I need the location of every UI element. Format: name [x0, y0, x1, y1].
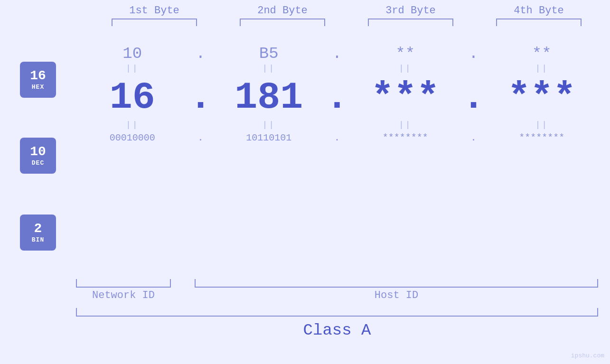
data-section: 10 . B5 . ** . ** || || || || 16 . 181 .… [76, 38, 598, 143]
eq-1-b4: || [486, 64, 599, 73]
bin-b3: ******** [349, 132, 462, 143]
eq-2-b3: || [349, 120, 462, 130]
dec-b3: *** [349, 76, 462, 119]
hex-dot-1: . [189, 45, 213, 63]
eq-row-1: || || || || [76, 64, 598, 73]
hex-b3: ** [349, 45, 462, 63]
dec-dot-2: . [325, 76, 349, 119]
byte-3-label: 3rd Byte [385, 5, 436, 17]
eq-2-b2: || [213, 120, 326, 130]
eq-1-b1: || [76, 64, 189, 73]
hex-badge: 16 HEX [20, 62, 56, 98]
bin-b1: 00010000 [76, 132, 189, 143]
bin-b4: ******** [486, 132, 599, 143]
byte-1-header: 1st Byte [100, 5, 209, 26]
id-brackets [76, 279, 598, 288]
dec-dot-1: . [189, 76, 213, 119]
dec-data-row: 16 . 181 . *** . *** [76, 76, 598, 119]
hex-badge-type: HEX [32, 84, 44, 91]
byte-4-bracket [496, 19, 582, 26]
byte-1-bracket [112, 19, 197, 26]
watermark: ipshu.com [571, 352, 604, 359]
bin-dot-2: . [325, 132, 349, 143]
byte-4-header: 4th Byte [484, 5, 593, 26]
network-id-label: Network ID [76, 289, 171, 301]
host-id-label: Host ID [195, 289, 598, 301]
bottom-section: Network ID Host ID Class A [76, 279, 598, 339]
hex-b4: ** [486, 45, 599, 63]
eq-row-2: || || || || [76, 120, 598, 130]
bin-data-row: 00010000 . 10110101 . ******** . *******… [76, 132, 598, 143]
dec-badge-type: DEC [32, 159, 44, 167]
class-bracket [76, 308, 598, 317]
dec-b4: *** [486, 76, 599, 119]
bin-dot-1: . [189, 132, 213, 143]
hex-b2: B5 [213, 45, 326, 63]
id-labels: Network ID Host ID [76, 289, 598, 301]
bin-dot-3: . [462, 132, 486, 143]
byte-4-label: 4th Byte [514, 5, 564, 17]
class-label: Class A [76, 321, 598, 339]
label-gap [171, 289, 195, 301]
byte-headers: 1st Byte 2nd Byte 3rd Byte 4th Byte [95, 5, 598, 26]
dec-badge: 10 DEC [20, 138, 56, 174]
eq-2-b1: || [76, 120, 189, 130]
dec-badge-num: 10 [30, 145, 46, 159]
hex-b1: 10 [76, 45, 189, 63]
byte-3-header: 3rd Byte [356, 5, 465, 26]
hex-badge-num: 16 [30, 69, 46, 83]
hex-data-row: 10 . B5 . ** . ** [76, 45, 598, 63]
hex-dot-3: . [462, 45, 486, 63]
bracket-gap [171, 279, 195, 288]
network-id-bracket [76, 279, 171, 288]
dec-b1: 16 [76, 76, 189, 119]
hex-dot-2: . [325, 45, 349, 63]
bin-badge-type: BIN [32, 236, 44, 243]
page-layout: 1st Byte 2nd Byte 3rd Byte 4th Byte 16 H… [0, 0, 610, 364]
eq-2-b4: || [486, 120, 599, 130]
byte-2-label: 2nd Byte [257, 5, 308, 17]
dec-b2: 181 [213, 76, 326, 119]
host-id-bracket [195, 279, 598, 288]
eq-1-b2: || [213, 64, 326, 73]
byte-1-label: 1st Byte [129, 5, 179, 17]
byte-2-header: 2nd Byte [228, 5, 337, 26]
eq-1-b3: || [349, 64, 462, 73]
dec-dot-3: . [462, 76, 486, 119]
bin-badge: 2 BIN [20, 215, 56, 251]
byte-3-bracket [368, 19, 453, 26]
bin-b2: 10110101 [213, 132, 326, 143]
bin-badge-num: 2 [34, 222, 42, 235]
byte-2-bracket [240, 19, 325, 26]
